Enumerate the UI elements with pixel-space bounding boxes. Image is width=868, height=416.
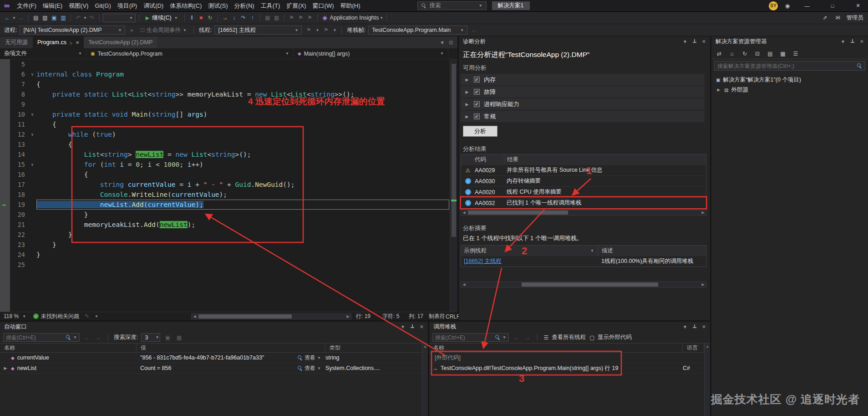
menu-item[interactable]: 帮助(H) [337, 0, 364, 11]
code-line[interactable]: 20 } [0, 210, 457, 220]
code-line[interactable]: 15∨ for (int i = 0; i < 1000; i++) [0, 159, 457, 169]
checkbox-checked[interactable]: ✓ [474, 113, 480, 119]
flagged-only-icon[interactable]: ⚑ [322, 26, 330, 35]
expander-icon[interactable]: ▶ [464, 77, 470, 82]
autos-search-box[interactable]: ▼ [3, 333, 80, 342]
code-line[interactable]: 18 Console.WriteLine(currentValue); [0, 190, 457, 200]
editor-vertical-scrollbar[interactable] [450, 59, 457, 312]
code-line[interactable]: 23 } [0, 240, 457, 250]
process-dropdown[interactable]: [N/A] TestConsoleApp (2).DMP▼ [20, 26, 125, 35]
preview-icon[interactable]: ☰ [792, 49, 800, 58]
bookmark-prev-icon[interactable]: ⚑ [297, 13, 305, 22]
stop-debugging-icon[interactable]: ■ [197, 13, 205, 22]
available-analysis-row[interactable]: ▶✓故障 [461, 86, 705, 98]
checkbox-checked[interactable]: ✓ [474, 89, 480, 95]
status-eol[interactable]: CRLF [446, 312, 460, 321]
available-analysis-row[interactable]: ▶✓内存 [461, 74, 705, 85]
save-all-icon[interactable]: ▥ [59, 13, 67, 22]
code-line[interactable]: 16 { [0, 169, 457, 180]
code-line[interactable]: 10∨ private static void Main(string[] ar… [0, 109, 457, 119]
switch-views-icon[interactable]: ⇄ [715, 49, 723, 58]
health-status[interactable]: 未找到相关问题 [41, 313, 79, 320]
code-line[interactable]: 13 { [0, 139, 457, 149]
code-line[interactable]: →19 newList.Add(currentValue); [0, 200, 457, 210]
code-editor[interactable]: 56∨internal class Program7{8 private sta… [0, 59, 457, 312]
user-avatar[interactable]: SY [769, 1, 778, 10]
menu-item[interactable]: 测试(S) [205, 0, 231, 11]
fold-chevron-icon[interactable]: ∨ [28, 129, 36, 139]
results-horizontal-scrollbar[interactable]: ◀▶ [461, 210, 706, 216]
send-feedback-icon[interactable]: ✉ [834, 13, 842, 22]
code-line[interactable]: 22 } [0, 230, 457, 240]
pin-icon[interactable] [850, 39, 855, 44]
nav-forward-icon[interactable]: → [17, 13, 25, 22]
redo-icon[interactable]: ↷ [88, 13, 96, 22]
show-external-code-button[interactable]: ▢ 显示外部代码 [589, 333, 632, 342]
solution-search-box[interactable] [714, 61, 865, 71]
call-stack-search-box[interactable]: ▼ [432, 333, 509, 342]
zoom-chevron-icon[interactable]: ▼ [22, 314, 26, 318]
quick-search-box[interactable]: 搜索 ▼ [417, 1, 487, 10]
expander-icon[interactable]: ▶ [464, 114, 470, 119]
variable-row[interactable]: ◆currentValue"856 - 831c7bd5-fe4a-49b7-b… [0, 353, 428, 363]
float-window-icon[interactable]: ⊡ [449, 40, 453, 45]
fold-chevron-icon[interactable]: ∨ [28, 109, 36, 119]
threads-header-row[interactable]: 示例线程▼ 描述 [461, 246, 706, 256]
menu-item[interactable]: 文件(F) [14, 0, 40, 11]
continue-chevron-icon[interactable]: ▼ [174, 16, 178, 20]
member-dropdown[interactable]: ◆ Main(string[] args)▼ [294, 48, 448, 59]
panel-title-bar[interactable]: 调用堆栈 ▼ ✕ [429, 322, 710, 332]
analysis-result-row[interactable]: iAA0030内存转储摘要 [461, 175, 706, 186]
pin-icon[interactable] [692, 39, 697, 44]
available-analysis-row[interactable]: ▶✓进程响应能力 [461, 98, 705, 110]
step-out-icon[interactable]: ↑ [249, 13, 257, 22]
zoom-level[interactable]: 118 % [4, 313, 19, 319]
code-line[interactable]: 12∨ while (true) [0, 129, 457, 139]
analysis-result-row[interactable]: iAA0020线程 CPU 使用率摘要 [461, 186, 706, 197]
search-forward-icon[interactable]: → [523, 333, 532, 342]
home-icon[interactable]: ⌂ [728, 49, 736, 58]
thread-link[interactable]: [16652] 主线程 [464, 257, 502, 265]
search-forward-icon[interactable]: → [94, 333, 102, 342]
lifecycle-events-button[interactable]: □ 生命周期事件 ▼ [139, 26, 188, 34]
tab-dump-file[interactable]: TestConsoleApp (2).DMP [84, 36, 157, 48]
break-all-icon[interactable]: ‖ [188, 13, 196, 22]
flag-chevron-icon[interactable]: ▼ [315, 28, 319, 32]
call-stack-vertical-scrollbar[interactable]: ▲ [704, 344, 710, 416]
application-insights-chevron-icon[interactable]: ▼ [380, 16, 383, 20]
code-line[interactable]: 14 List<string> newList = new List<strin… [0, 149, 457, 159]
code-line[interactable]: 8 private static List<List<string>> memo… [0, 89, 457, 99]
application-insights-dropdown[interactable]: Application Insights [330, 15, 379, 21]
code-line[interactable]: 24} [0, 250, 457, 260]
flag-threads-icon[interactable]: ⚑ [305, 26, 313, 35]
continue-button[interactable]: ▶ 继续(C) ▼ [142, 13, 181, 23]
checkbox-checked[interactable]: ✓ [474, 101, 480, 107]
show-all-files-icon[interactable]: ▤ [766, 49, 774, 58]
collapse-all-icon[interactable]: ⊟ [753, 49, 761, 58]
solution-search-input[interactable] [717, 63, 854, 69]
status-tabs[interactable]: 制表符 [429, 312, 445, 321]
view-link[interactable]: 查看▼ [298, 365, 325, 372]
pin-values-icon[interactable]: ▣ [163, 333, 172, 342]
bookmark-next-icon[interactable]: ⚑ [306, 13, 314, 22]
panel-title-bar[interactable]: 诊断分析 ▼ ✕ [459, 36, 710, 46]
available-analysis-row[interactable]: ▶✓常规 [461, 111, 705, 122]
call-stack-header-row[interactable]: 名称 语言 [429, 344, 710, 353]
refresh-icon[interactable]: ↻ [741, 49, 749, 58]
close-icon[interactable]: ✕ [420, 324, 424, 330]
save-icon[interactable]: ▣ [50, 13, 58, 22]
menu-item[interactable]: Git(G) [91, 0, 114, 11]
menu-item[interactable]: 体系结构(C) [167, 0, 205, 11]
panel-title-bar[interactable]: 自动窗口 ▼ ✕ [0, 322, 428, 332]
code-line[interactable]: 6∨internal class Program [0, 69, 457, 79]
chevron-down-icon[interactable]: ▼ [317, 366, 321, 370]
code-line[interactable]: 17 string currentValue = i + " - " + Gui… [0, 180, 457, 190]
chevron-down-icon[interactable]: ▼ [683, 324, 687, 329]
share-icon[interactable]: ⇗ [821, 13, 829, 22]
stack-frame-dropdown[interactable]: TestConsoleApp.Program.Main▼ [368, 26, 467, 35]
feedback-icon[interactable]: ◉ [783, 1, 792, 10]
process-step-icon[interactable]: ▸ [128, 26, 136, 35]
chevron-down-icon[interactable]: ▼ [683, 39, 687, 44]
close-icon[interactable]: ✕ [860, 39, 864, 45]
chevron-down-icon[interactable]: ▼ [73, 335, 77, 339]
